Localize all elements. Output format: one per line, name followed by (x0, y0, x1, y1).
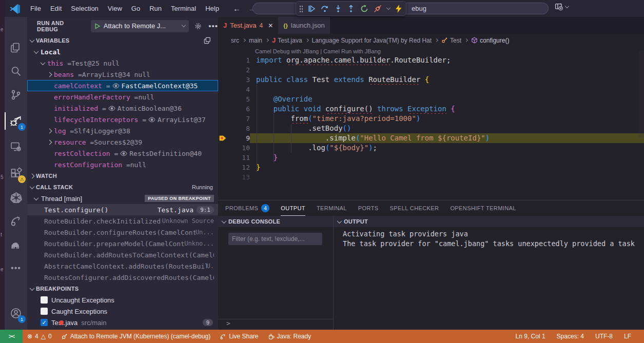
breadcrumb-item[interactable]: Test (441, 37, 461, 44)
launch-config-dropdown[interactable]: Attach to Remote J... (91, 20, 189, 32)
breadcrumb-item[interactable]: Language Support for Java(TM) by Red Hat (312, 37, 432, 44)
eol-sequence[interactable]: LF (618, 330, 637, 343)
code-line-7[interactable]: 7 from("timer:java?period=1000") (218, 114, 644, 124)
variable-row[interactable]: initialized = AtomicBoolean@36 (27, 103, 218, 114)
panel-tab-terminal[interactable]: TERMINAL (317, 200, 347, 216)
nav-back-icon[interactable]: ← (233, 4, 241, 13)
variables-action-icon[interactable] (204, 37, 211, 44)
menu-view[interactable]: View (103, 3, 127, 14)
variable-row[interactable]: this = Test@25 null (27, 57, 218, 69)
code-line-10[interactable]: 10 .log("${body}"); (218, 143, 644, 153)
variable-row[interactable]: restCollection = RestsDefinition@40 (27, 148, 218, 159)
breakpoint-row[interactable]: ✓Test.javasrc/main9 (27, 317, 218, 328)
code-line-9[interactable]: 9 .simple("Hello Camel from ${routeId}") (218, 133, 644, 143)
stack-frame-row[interactable]: RoutesConfigurer.addDiscoveredRoutes(Cam… (27, 272, 218, 283)
gutter-icon-cell[interactable] (218, 133, 228, 143)
stack-frame-row[interactable]: AbstractCamelContext.addRoutes(RoutesBui… (27, 260, 218, 272)
menu-help[interactable]: Help (201, 3, 224, 14)
output-log[interactable]: Activating task providers javaThe task p… (334, 227, 644, 249)
customize-layout-button[interactable] (555, 3, 569, 11)
java-status[interactable]: Java: Ready (263, 330, 316, 343)
camel-icon[interactable] (5, 233, 27, 256)
stack-frame-row[interactable]: Test.configure()Test.java9:1 (27, 204, 218, 215)
panel-tab-ports[interactable]: PORTS (358, 200, 379, 216)
gutter-icon-cell[interactable] (218, 55, 228, 65)
editor-scrollbar[interactable] (639, 51, 644, 138)
gutter-icon-cell[interactable] (218, 85, 228, 94)
thread-row[interactable]: Thread [main] PAUSED ON BREAKPOINT (27, 193, 218, 204)
cursor-position[interactable]: Ln 9, Col 1 (510, 330, 551, 343)
debug-console-header[interactable]: DEBUG CONSOLE (218, 216, 333, 227)
gutter-icon-cell[interactable] (218, 172, 228, 182)
breakpoint-checkbox[interactable] (41, 296, 48, 304)
tab-launch-json[interactable]: {}launch.json (278, 17, 329, 34)
gutter-icon-cell[interactable] (218, 104, 228, 114)
menu-terminal[interactable]: Terminal (166, 3, 201, 14)
breakpoint-checkbox[interactable] (41, 308, 48, 315)
accounts-icon[interactable]: 1 (5, 302, 27, 325)
code-line-8[interactable]: 8 .setBody() (218, 124, 644, 133)
problems-status[interactable]: ⊗4 △0 (23, 330, 56, 343)
variable-row[interactable]: log = Slf4jLogger@38 (27, 125, 218, 136)
continue-button[interactable] (307, 4, 316, 13)
breadcrumb-item[interactable]: src (231, 37, 239, 44)
indentation[interactable]: Spaces: 4 (551, 330, 590, 343)
stack-frame-row[interactable]: RouteBuilder.configureRoutes(CamelContex… (27, 227, 218, 238)
gutter-icon-cell[interactable] (218, 143, 228, 153)
live-share-icon[interactable] (5, 210, 27, 232)
drag-grip-icon[interactable] (299, 5, 303, 12)
code-line-3[interactable]: 3public class Test extends RouteBuilder … (218, 75, 644, 85)
gutter-icon-cell[interactable] (218, 65, 228, 75)
gutter-icon-cell[interactable] (218, 94, 228, 104)
gutter-icon-cell[interactable] (218, 124, 228, 133)
code-line-2[interactable]: 2 (218, 65, 644, 75)
debug-console-repl-input[interactable]: > (218, 319, 333, 330)
gutter-icon-cell[interactable] (218, 153, 228, 163)
code-line-1[interactable]: 1import org.apache.camel.builder.RouteBu… (218, 55, 644, 65)
variable-row[interactable]: resource = Sources$2@39 (27, 136, 218, 148)
variable-row[interactable]: errorHandlerFactory = null (27, 91, 218, 103)
more-views-icon[interactable]: ••• (5, 257, 27, 279)
code-line-4[interactable]: 4 (218, 85, 644, 94)
live-share-status[interactable]: Live Share (215, 330, 263, 343)
panel-tab-openshift-terminal[interactable]: OPENSHIFT TERMINAL (450, 200, 516, 216)
menu-file[interactable]: File (26, 3, 46, 14)
debug-console-filter-input[interactable]: Filter (e.g. text, !exclude,... (228, 233, 322, 245)
breadcrumb-item[interactable]: main (249, 37, 262, 44)
code-line-12[interactable]: 12} (218, 163, 644, 172)
disconnect-button[interactable] (374, 4, 382, 13)
gutter-icon-cell[interactable] (218, 163, 228, 172)
encoding[interactable]: UTF-8 (590, 330, 618, 343)
code-line-13[interactable]: 13 (218, 172, 644, 182)
menu-go[interactable]: Go (127, 3, 145, 14)
kubernetes-icon[interactable] (5, 186, 27, 209)
panel-tab-output[interactable]: OUTPUT (281, 200, 305, 216)
code-line-11[interactable]: 11 } (218, 153, 644, 163)
menu-edit[interactable]: Edit (46, 3, 66, 14)
stack-frame-row[interactable]: RouteBuilder.prepareModel(CamelContext)U… (27, 238, 218, 249)
restart-button[interactable] (360, 4, 369, 13)
variable-row[interactable]: restConfiguration = null (27, 159, 218, 170)
variable-row[interactable]: camelContext = FastCamelContext@35 (27, 80, 218, 91)
source-control-icon[interactable] (5, 84, 27, 106)
menu-run[interactable]: Run (145, 3, 166, 14)
explorer-icon[interactable] (5, 36, 27, 59)
watch-section-header[interactable]: WATCH (27, 170, 218, 181)
code-line-5[interactable]: 5 @Override (218, 94, 644, 104)
search-icon[interactable] (5, 60, 27, 83)
views-more-actions-icon[interactable]: ••• (208, 22, 218, 30)
step-out-button[interactable] (347, 4, 356, 13)
breakpoint-row[interactable]: Caught Exceptions (27, 306, 218, 317)
codelens[interactable]: Camel Debug with JBang | Camel Run with … (218, 47, 644, 55)
step-over-button[interactable] (320, 4, 329, 13)
output-header[interactable]: OUTPUT (334, 216, 644, 227)
breadcrumb-item[interactable]: configure() (471, 37, 509, 44)
configure-gear-icon[interactable] (194, 22, 202, 30)
tab-test-java[interactable]: JTest.java4✕ (218, 17, 278, 34)
breadcrumb-item[interactable]: JTest.java (272, 36, 302, 44)
stack-frame-row[interactable]: RouteBuilder.checkInitialized()Unknown S… (27, 215, 218, 227)
menu-selection[interactable]: Selection (66, 3, 103, 14)
code-line-6[interactable]: 6 public void configure() throws Excepti… (218, 104, 644, 114)
remote-explorer-icon[interactable] (5, 135, 27, 158)
stack-frame-row[interactable]: RouteBuilder.addRoutesToCamelContext(Cam… (27, 249, 218, 260)
